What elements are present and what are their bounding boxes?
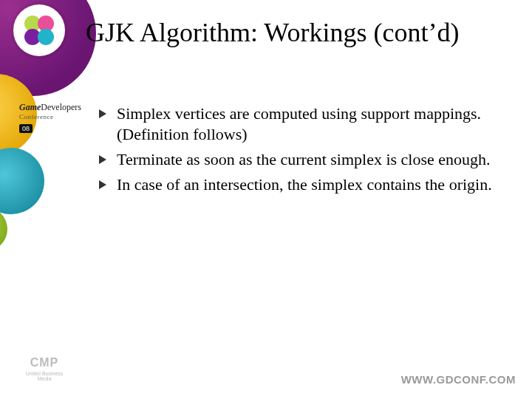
badge-line2: Conference: [19, 113, 78, 120]
decorative-circle-teal: [0, 148, 44, 214]
clover-icon: [19, 10, 59, 50]
cmp-logo: CMP United Business Media: [22, 356, 66, 381]
cmp-subtext: United Business Media: [22, 371, 66, 381]
bullet-item: Terminate as soon as the current simplex…: [98, 149, 497, 170]
bullet-text: Simplex vertices are computed using supp…: [117, 104, 481, 143]
bullet-item: In case of an intersection, the simplex …: [98, 174, 497, 195]
footer-url: WWW.GDCONF.COM: [401, 373, 516, 386]
badge-year: 08: [19, 124, 33, 133]
cmp-mark: CMP: [22, 356, 66, 369]
badge-word-developers: Developers: [41, 102, 81, 112]
gdc-clover-logo: [13, 4, 65, 56]
svg-point-3: [38, 29, 54, 45]
bullet-text: In case of an intersection, the simplex …: [117, 175, 492, 194]
bullet-text: Terminate as soon as the current simplex…: [117, 150, 491, 168]
badge-line1: GameDevelopers: [19, 102, 78, 113]
bullet-list: Simplex vertices are computed using supp…: [98, 103, 497, 200]
bullet-item: Simplex vertices are computed using supp…: [98, 103, 497, 145]
badge-word-game: Game: [19, 102, 41, 112]
slide: GameDevelopers Conference 08 GJK Algorit…: [0, 0, 532, 399]
slide-title: GJK Algorithm: Workings (cont’d): [86, 18, 499, 48]
gdc-conference-badge: GameDevelopers Conference 08: [19, 102, 78, 134]
